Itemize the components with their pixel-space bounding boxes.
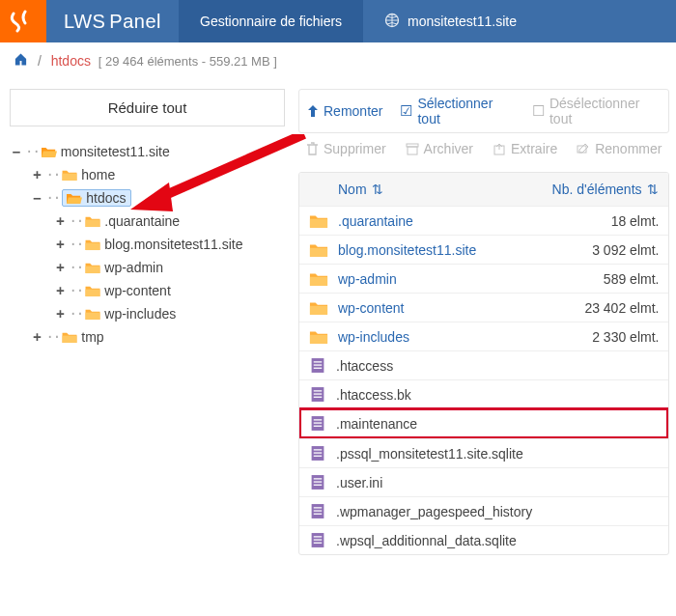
logo xyxy=(0,0,46,42)
tree-wpadmin[interactable]: wp-admin xyxy=(85,260,163,275)
table-row[interactable]: .pssql_monsitetest11.site.sqlite xyxy=(299,438,668,467)
folder-icon xyxy=(309,241,328,258)
tree-toggle[interactable]: + xyxy=(53,213,67,229)
table-header: Nom ⇅ Nb. d'éléments ⇅ xyxy=(299,173,668,206)
row-count: 23 402 elmt. xyxy=(543,300,659,316)
tree-quarantaine[interactable]: .quarantaine xyxy=(85,213,180,229)
svg-rect-6 xyxy=(408,147,417,154)
tab-site[interactable]: monsitetest11.site xyxy=(363,0,538,42)
table-row[interactable]: .quarantaine18 elmt. xyxy=(299,206,668,235)
extract-button[interactable]: Extraire xyxy=(493,141,557,156)
brand-left: LWS xyxy=(64,11,105,33)
row-name: wp-includes xyxy=(338,329,543,345)
tree-toggle[interactable]: + xyxy=(53,283,67,298)
file-icon xyxy=(309,503,326,519)
tree-toggle[interactable]: + xyxy=(53,237,67,252)
brand-text: LWS Panel xyxy=(46,0,179,42)
archive-button[interactable]: Archiver xyxy=(406,141,473,156)
tree-tmp[interactable]: tmp xyxy=(62,329,103,345)
table-row[interactable]: wp-content23 402 elmt. xyxy=(299,293,668,322)
trash-icon xyxy=(306,142,319,155)
folder-tree: −·· monsitetest11.site +·· home −·· htdo… xyxy=(10,140,285,349)
row-count: 18 elmt. xyxy=(543,213,659,229)
collapse-all-button[interactable]: Réduire tout xyxy=(10,89,285,126)
folder-icon xyxy=(309,328,328,345)
delete-button[interactable]: Supprimer xyxy=(306,141,386,156)
table-row[interactable]: .user.ini xyxy=(299,467,668,496)
tree-wpcontent[interactable]: wp-content xyxy=(85,283,170,298)
up-icon xyxy=(307,104,319,118)
table-row[interactable]: wp-includes2 330 elmt. xyxy=(299,322,668,350)
file-icon xyxy=(309,415,326,432)
rename-icon xyxy=(577,142,590,155)
app-header: LWS Panel Gestionnaire de fichiers monsi… xyxy=(0,0,676,42)
table-row[interactable]: .maintenance xyxy=(298,407,669,439)
archive-icon xyxy=(406,143,419,155)
row-name: .htaccess xyxy=(336,358,543,374)
tree-wpincludes[interactable]: wp-includes xyxy=(85,306,176,322)
tree-toggle[interactable]: − xyxy=(10,144,23,159)
file-icon xyxy=(309,532,326,548)
folder-icon xyxy=(309,212,328,229)
row-count: 2 330 elmt. xyxy=(543,329,659,345)
row-name: wp-content xyxy=(338,300,543,316)
tree-toggle[interactable]: + xyxy=(30,167,43,182)
table-row[interactable]: blog.monsitetest11.site3 092 elmt. xyxy=(299,235,668,264)
tree-home[interactable]: home xyxy=(62,167,115,182)
row-name: .maintenance xyxy=(336,416,543,432)
table-row[interactable]: wp-admin589 elmt. xyxy=(299,264,668,293)
breadcrumb-meta: [ 29 464 éléments - 559.21 MB ] xyxy=(99,54,277,69)
folder-icon xyxy=(309,270,328,287)
row-name: .user.ini xyxy=(336,475,543,490)
toolbar-primary: Remonter Sélectionner tout Désélectionne… xyxy=(298,89,669,133)
breadcrumb: / htdocs [ 29 464 éléments - 559.21 MB ] xyxy=(0,42,676,79)
rename-button[interactable]: Renommer xyxy=(577,141,662,156)
tree-toggle[interactable]: + xyxy=(53,260,67,275)
tree-toggle[interactable]: + xyxy=(30,329,43,345)
col-name[interactable]: Nom ⇅ xyxy=(309,182,543,197)
row-name: .wpsql_additionnal_data.sqlite xyxy=(336,533,543,548)
breadcrumb-current[interactable]: htdocs xyxy=(51,53,91,69)
row-count: 589 elmt. xyxy=(543,271,659,287)
row-name: .pssql_monsitetest11.site.sqlite xyxy=(336,446,543,462)
file-icon xyxy=(309,445,326,462)
tab-site-label: monsitetest11.site xyxy=(408,14,517,29)
col-count[interactable]: Nb. d'éléments ⇅ xyxy=(543,182,659,197)
row-name: .wpmanager_pagespeed_history xyxy=(336,504,543,519)
table-row[interactable]: .htaccess.bk xyxy=(299,379,668,408)
table-row[interactable]: .wpsql_additionnal_data.sqlite xyxy=(299,525,668,554)
sort-icon: ⇅ xyxy=(372,182,383,197)
extract-icon xyxy=(493,143,506,155)
file-icon xyxy=(309,386,326,403)
file-icon xyxy=(309,357,326,374)
sort-icon: ⇅ xyxy=(647,182,659,197)
row-name: .quarantaine xyxy=(338,213,543,229)
select-all-button[interactable]: Sélectionner tout xyxy=(400,96,515,126)
table-row[interactable]: .wpmanager_pagespeed_history xyxy=(299,496,668,525)
deselect-button[interactable]: Désélectionner tout xyxy=(532,96,661,126)
table-row[interactable]: .htaccess xyxy=(299,350,668,379)
row-count: 3 092 elmt. xyxy=(543,242,659,258)
file-grid: Nom ⇅ Nb. d'éléments ⇅ .quarantaine18 el… xyxy=(298,172,669,555)
tree-blog[interactable]: blog.monsitetest11.site xyxy=(85,237,242,252)
globe-icon xyxy=(384,13,400,31)
row-name: wp-admin xyxy=(338,271,543,287)
toolbar-secondary: Supprimer Archiver Extraire Renommer xyxy=(298,135,669,162)
tab-file-manager[interactable]: Gestionnaire de fichiers xyxy=(179,0,363,42)
file-icon xyxy=(309,474,326,490)
tree-toggle[interactable]: + xyxy=(53,306,67,322)
tree-toggle[interactable]: − xyxy=(30,190,43,206)
unchecked-icon xyxy=(532,102,545,120)
row-name: blog.monsitetest11.site xyxy=(338,242,543,258)
brand-right: Panel xyxy=(109,11,161,33)
folder-icon xyxy=(309,299,328,316)
checked-icon xyxy=(400,102,412,120)
tree-root[interactable]: monsitetest11.site xyxy=(42,144,170,159)
up-button[interactable]: Remonter xyxy=(307,103,382,119)
row-name: .htaccess.bk xyxy=(336,387,543,403)
tree-htdocs[interactable]: htdocs xyxy=(62,189,130,207)
home-icon[interactable] xyxy=(14,53,32,69)
